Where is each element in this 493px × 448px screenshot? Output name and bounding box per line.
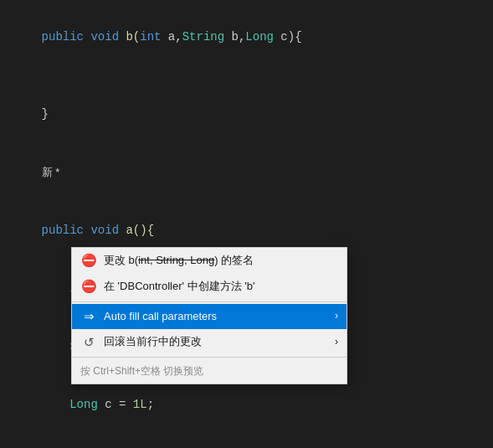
code-line-new-marker: 新 * [13,144,480,202]
error-icon: ⛔ [80,252,97,269]
menu-divider [72,301,347,302]
menu-item-autofill[interactable]: ⇒ Auto fill call parameters › [72,304,347,330]
magic-icon: ⇒ [80,308,97,325]
type-string: String [182,30,224,44]
keyword: void [90,30,126,44]
keyword: public [42,30,91,44]
code-line-1: public void b(int a,String b,Long c){ [13,8,480,66]
context-menu: ⛔ 更改 b(int, String, Long) 的签名 ⛔ 在 'DBCon… [71,247,347,384]
submenu-arrow-2: › [335,334,338,350]
menu-divider-2 [72,357,347,358]
menu-item-create-method[interactable]: ⛔ 在 'DBController' 中创建方法 'b' [72,274,347,300]
submenu-arrow: › [335,308,338,324]
error-icon-2: ⛔ [80,278,97,295]
type-int: int [140,30,161,44]
code-line-2 [13,66,480,85]
undo-icon: ↺ [80,334,97,351]
menu-item-label: 更改 b(int, String, Long) 的签名 [104,252,338,270]
menu-item-rollback[interactable]: ↺ 回滚当前行中的更改 › [72,329,347,355]
menu-item-label-2: 在 'DBController' 中创建方法 'b' [104,278,338,296]
type-long: Long [245,30,274,44]
code-line-9 [13,434,480,448]
menu-hint: 按 Ctrl+Shift+空格 切换预览 [72,359,347,384]
code-editor: public void b(int a,String b,Long c){ } … [0,0,493,448]
menu-item-change-signature[interactable]: ⛔ 更改 b(int, String, Long) 的签名 [72,248,347,274]
function-name: b( [126,30,140,44]
menu-item-label-4: 回滚当前行中的更改 [104,333,335,351]
code-line-3: } [13,85,480,143]
menu-item-label-3: Auto fill call parameters [104,308,335,326]
